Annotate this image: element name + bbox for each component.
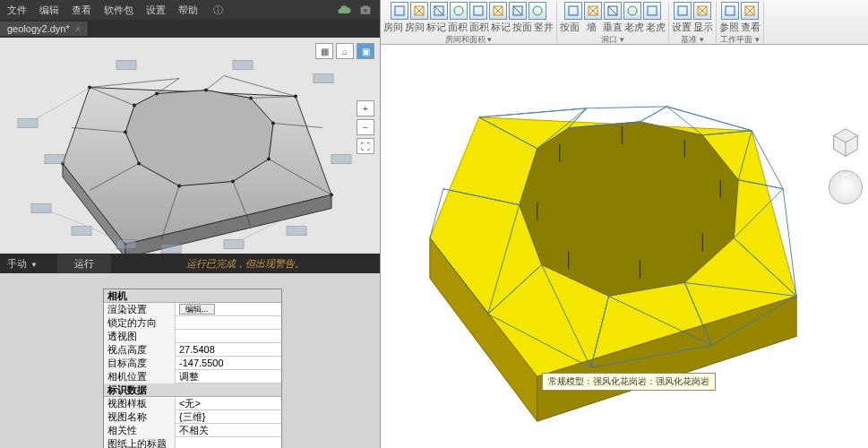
val-target[interactable]: -147.5500 — [176, 358, 281, 368]
svg-rect-65 — [648, 6, 657, 15]
svg-point-31 — [124, 131, 127, 134]
ribbon-label: 查看器 — [741, 21, 761, 34]
run-mode[interactable]: 手动▼ — [0, 257, 54, 271]
menu-help[interactable]: 帮助 — [178, 4, 198, 17]
camera-icon[interactable] — [358, 3, 373, 17]
svg-point-30 — [137, 162, 141, 166]
menu-packages[interactable]: 软件包 — [104, 4, 133, 17]
svg-rect-32 — [18, 119, 38, 128]
ribbon-label: 标记 房间 — [426, 21, 446, 34]
ribbon-btn-0-1[interactable] — [410, 2, 428, 20]
ribbon-btn-3-1[interactable] — [741, 2, 759, 20]
svg-point-64 — [628, 6, 637, 15]
ribbon-btn-0-2[interactable] — [430, 2, 448, 20]
lbl-campos: 相机位置 — [104, 370, 176, 383]
menu-edit[interactable]: 编辑 — [39, 4, 59, 17]
vp-graph-icon[interactable]: ▦ — [315, 43, 333, 59]
svg-rect-44 — [395, 6, 404, 15]
svg-rect-41 — [314, 74, 333, 83]
ribbon-group-3: 参照 平面查看器工作平面 ▾ — [717, 2, 764, 44]
ribbon-btn-1-2[interactable] — [604, 2, 622, 20]
ribbon-label: 标记 面积 — [491, 21, 511, 34]
zoom-fit-icon[interactable]: ⛶ — [357, 138, 374, 154]
ribbon-label: 按面 — [560, 21, 580, 34]
revit-3d-view[interactable]: 常规模型：强风化花岗岩：强风化花岗岩 — [381, 45, 868, 448]
svg-point-50 — [454, 6, 463, 15]
lbl-template: 视图样板 — [104, 397, 176, 410]
section-camera: 相机 — [104, 289, 281, 303]
info-icon[interactable]: ⓘ — [211, 3, 225, 17]
svg-point-26 — [271, 122, 275, 125]
svg-rect-40 — [331, 155, 351, 164]
lbl-persp: 透视图 — [104, 330, 176, 343]
svg-point-25 — [249, 97, 253, 100]
ribbon-group-2: 设置显示基准 ▾ — [669, 2, 717, 44]
ribbon-btn-2-0[interactable] — [674, 2, 692, 20]
lbl-target: 目标高度 — [104, 357, 176, 370]
menu-settings[interactable]: 设置 — [146, 4, 166, 17]
ribbon-btn-0-6[interactable] — [509, 2, 527, 20]
vp-3d-icon[interactable]: ▣ — [357, 43, 374, 59]
val-eye[interactable]: 27.5408 — [176, 344, 281, 355]
ribbon-btn-2-1[interactable] — [693, 2, 711, 20]
menu-file[interactable]: 文件 — [7, 4, 27, 17]
ribbon: 房间房间 分隔标记 房间面积面积 边界标记 面积按面竖井房间和面积 ▾按面墙垂直… — [381, 0, 868, 45]
ribbon-group-1: 按面墙垂直老虎窗老虎窗洞口 ▾ — [557, 2, 669, 44]
svg-point-24 — [204, 89, 208, 92]
ribbon-btn-0-4[interactable] — [469, 2, 487, 20]
val-dep[interactable]: 不相关 — [176, 424, 281, 437]
menu-view[interactable]: 查看 — [72, 4, 91, 17]
ribbon-label: 显示 — [693, 21, 713, 34]
ribbon-label: 面积 — [448, 21, 468, 34]
zoom-in-icon[interactable]: + — [357, 100, 374, 116]
svg-line-7 — [206, 76, 224, 90]
svg-rect-39 — [287, 227, 306, 236]
close-icon[interactable]: × — [75, 23, 81, 34]
svg-rect-37 — [161, 245, 181, 254]
ribbon-btn-1-1[interactable] — [584, 2, 602, 20]
ribbon-btn-1-4[interactable] — [643, 2, 661, 20]
svg-rect-42 — [233, 61, 253, 70]
dynamo-menubar: 文件 编辑 查看 软件包 设置 帮助 ⓘ — [0, 0, 380, 20]
vp-home-icon[interactable]: ⌂ — [336, 43, 354, 59]
ribbon-btn-1-0[interactable] — [564, 2, 582, 20]
ribbon-label: 面积 边界 — [469, 21, 489, 34]
svg-point-22 — [133, 104, 136, 108]
ribbon-label: 参照 平面 — [719, 21, 739, 34]
nav-wheel-icon[interactable] — [829, 170, 863, 204]
zoom-out-icon[interactable]: − — [357, 119, 374, 135]
geometry-preview — [0, 38, 380, 254]
svg-rect-66 — [678, 6, 687, 15]
dynamo-statusbar: 手动▼ 运行 运行已完成，但出现警告。 — [0, 254, 380, 273]
cloud-icon[interactable] — [337, 3, 351, 17]
ribbon-btn-3-0[interactable] — [721, 2, 739, 20]
ribbon-btn-0-7[interactable] — [529, 2, 546, 20]
lbl-lock: 锁定的方向 — [104, 316, 176, 330]
val-campos[interactable]: 调整 — [176, 370, 281, 383]
svg-rect-58 — [569, 6, 578, 15]
ribbon-btn-0-0[interactable] — [391, 2, 408, 20]
edit-render-button[interactable]: 编辑... — [179, 304, 215, 314]
svg-rect-33 — [45, 155, 64, 164]
svg-point-23 — [155, 92, 159, 96]
svg-rect-38 — [224, 240, 244, 249]
file-tab[interactable]: geology2.dyn* × — [0, 22, 89, 36]
run-button[interactable]: 运行 — [57, 254, 111, 273]
ribbon-btn-0-3[interactable] — [450, 2, 468, 20]
lbl-eye: 视点高度 — [104, 343, 176, 357]
val-viewname[interactable]: {三维} — [176, 410, 281, 424]
ribbon-btn-1-3[interactable] — [623, 2, 641, 20]
ribbon-btn-0-5[interactable] — [489, 2, 507, 20]
element-tooltip: 常规模型：强风化花岗岩：强风化花岗岩 — [542, 373, 716, 391]
revit-panel: 房间房间 分隔标记 房间面积面积 边界标记 面积按面竖井房间和面积 ▾按面墙垂直… — [380, 0, 868, 448]
lbl-render: 渲染设置 — [104, 303, 176, 316]
view-cube[interactable] — [829, 125, 863, 159]
dynamo-viewport[interactable]: ▦ ⌂ ▣ + − ⛶ — [0, 38, 380, 254]
svg-point-27 — [267, 158, 271, 161]
ribbon-label: 竖井 — [534, 21, 554, 34]
svg-line-56 — [513, 6, 522, 15]
svg-point-18 — [294, 95, 297, 99]
ribbon-label: 设置 — [672, 21, 692, 34]
ribbon-group-0: 房间房间 分隔标记 房间面积面积 边界标记 面积按面竖井房间和面积 ▾ — [381, 2, 557, 44]
val-template[interactable]: <无> — [176, 397, 281, 410]
